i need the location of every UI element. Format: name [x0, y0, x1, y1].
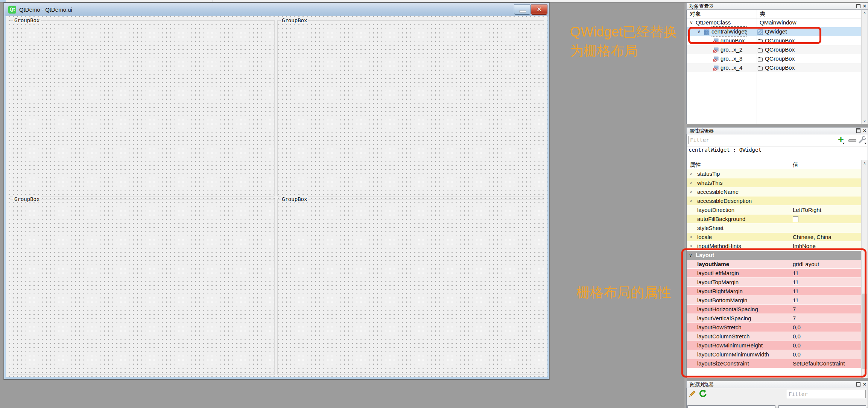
float-panel-icon[interactable] — [856, 128, 860, 133]
resource-filter-input[interactable] — [787, 390, 866, 398]
object-name[interactable]: centralWidget — [711, 27, 746, 36]
property-column-header[interactable]: 属性 值 — [687, 160, 861, 170]
object-tree-scrollbar[interactable]: ∧ ∨ — [861, 10, 868, 124]
property-row-layoutDirection[interactable]: layoutDirectionLeftToRight — [687, 206, 861, 215]
property-row-layoutLeftMargin[interactable]: layoutLeftMargin11 — [687, 269, 861, 278]
float-panel-icon[interactable] — [856, 4, 860, 8]
object-name[interactable]: groupBox — [721, 36, 745, 45]
tree-row-groupBox[interactable]: groupBoxQGroupBox — [687, 36, 862, 45]
form-canvas[interactable]: GroupBox GroupBox GroupBox GroupBox — [6, 16, 547, 377]
tree-row-QtDemoClass[interactable]: ∨QtDemoClassQMainWindow — [687, 18, 862, 27]
scroll-down-icon[interactable]: ∨ — [862, 372, 868, 378]
property-value[interactable]: 11 — [793, 278, 799, 287]
expander-chevron-icon[interactable]: > — [690, 196, 692, 206]
expander-chevron-icon[interactable]: > — [690, 233, 692, 242]
property-value[interactable]: 11 — [793, 269, 799, 278]
scroll-up-icon[interactable]: ∧ — [862, 160, 868, 166]
property-name: layoutColumnMinimumWidth — [697, 350, 769, 359]
expander-chevron-icon[interactable]: > — [690, 178, 692, 187]
property-row-whatsThis[interactable]: >whatsThis — [687, 178, 861, 187]
property-editor-title: 属性编辑器 — [689, 128, 714, 134]
property-row-layoutBottomMargin[interactable]: layoutBottomMargin11 — [687, 296, 861, 305]
tree-row-gro...x_3[interactable]: gro...x_3QGroupBox — [687, 54, 862, 63]
property-value[interactable]: 11 — [793, 287, 799, 296]
add-property-icon[interactable]: + — [836, 135, 845, 145]
expander-chevron-icon[interactable]: > — [690, 242, 692, 251]
object-name[interactable]: QtDemoClass — [696, 18, 731, 27]
object-name[interactable]: gro...x_4 — [721, 63, 742, 72]
checkbox-unchecked[interactable] — [793, 216, 798, 222]
property-row-layoutTopMargin[interactable]: layoutTopMargin11 — [687, 278, 861, 287]
property-row-layoutSizeConstraint[interactable]: layoutSizeConstraintSetDefaultConstraint — [687, 359, 861, 368]
scroll-down-icon[interactable]: ∨ — [862, 118, 868, 124]
close-panel-icon[interactable]: × — [863, 128, 866, 133]
expander-chevron-icon[interactable]: > — [690, 169, 692, 178]
property-value[interactable]: 0,0 — [793, 341, 801, 350]
close-panel-icon[interactable]: × — [863, 382, 866, 387]
property-editor-header[interactable]: 属性编辑器 × — [686, 127, 868, 134]
object-name[interactable]: gro...x_3 — [721, 54, 742, 63]
property-value[interactable]: 11 — [793, 296, 799, 305]
property-row-accessibleDescription[interactable]: >accessibleDescription — [687, 196, 861, 206]
property-value[interactable]: LeftToRight — [793, 206, 821, 215]
property-row-autoFillBackground[interactable]: autoFillBackground — [687, 215, 861, 224]
tree-row-gro...x_4[interactable]: gro...x_4QGroupBox — [687, 63, 862, 72]
minimize-button[interactable] — [514, 5, 531, 15]
object-inspector-header[interactable]: 对象查看器 × — [686, 3, 868, 10]
property-value[interactable]: ImhNone — [793, 242, 816, 251]
close-icon: ✕ — [531, 6, 547, 14]
tree-column-header[interactable]: 对象 类 — [687, 10, 862, 18]
groupbox-1[interactable]: GroupBox — [10, 20, 275, 196]
remove-property-icon[interactable] — [848, 135, 857, 145]
scroll-up-icon[interactable]: ∧ — [862, 10, 868, 15]
property-filter-input[interactable] — [688, 136, 834, 144]
tree-col-object: 对象 — [690, 11, 701, 18]
property-scrollbar[interactable]: ∧ ∨ — [861, 160, 868, 378]
property-row-layoutRightMargin[interactable]: layoutRightMargin11 — [687, 287, 861, 296]
expander-chevron-icon[interactable]: ∨ — [689, 251, 692, 260]
reload-icon[interactable] — [699, 390, 707, 398]
edit-pencil-icon[interactable] — [688, 390, 696, 398]
property-row-layoutColumnStretch[interactable]: layoutColumnStretch0,0 — [687, 332, 861, 341]
property-category-layout[interactable]: ∨Layout — [687, 251, 861, 260]
property-row-layoutColumnMinimumWidth[interactable]: layoutColumnMinimumWidth0,0 — [687, 350, 861, 359]
groupbox-2[interactable]: GroupBox — [277, 20, 544, 196]
property-row-inputMethodHints[interactable]: >inputMethodHintsImhNone — [687, 242, 861, 251]
property-value[interactable]: 7 — [793, 314, 796, 323]
close-button[interactable]: ✕ — [531, 5, 547, 15]
resource-tree[interactable]: <resource root> — [687, 405, 775, 408]
object-name[interactable]: gro...x_2 — [721, 45, 742, 54]
tree-row-gro...x_2[interactable]: gro...x_2QGroupBox — [687, 45, 862, 54]
property-value[interactable]: 0,0 — [793, 350, 801, 359]
groupbox-4[interactable]: GroupBox — [277, 199, 544, 375]
property-row-locale[interactable]: >localeChinese, China — [687, 233, 861, 242]
close-panel-icon[interactable]: × — [863, 4, 866, 8]
property-name: layoutHorizontalSpacing — [697, 305, 758, 314]
property-row-styleSheet[interactable]: styleSheet — [687, 224, 861, 233]
property-value[interactable]: 0,0 — [793, 323, 801, 332]
property-value[interactable]: SetDefaultConstraint — [793, 359, 845, 368]
top-strip-divider — [213, 0, 213, 2]
expander-chevron-icon[interactable]: ∨ — [697, 27, 701, 36]
resource-files-list[interactable] — [778, 405, 866, 408]
groupbox-3[interactable]: GroupBox — [10, 199, 275, 375]
float-panel-icon[interactable] — [856, 382, 860, 387]
property-row-layoutRowStretch[interactable]: layoutRowStretch0,0 — [687, 323, 861, 332]
property-value[interactable]: 0,0 — [793, 332, 801, 341]
property-row-statusTip[interactable]: >statusTip — [687, 169, 861, 178]
property-value[interactable]: gridLayout — [793, 260, 819, 269]
tree-row-centralWidget[interactable]: ∨centralWidgetQWidget — [687, 27, 862, 36]
form-window-titlebar[interactable]: Qt QtDemo - QtDemo.ui ✕ — [5, 3, 549, 16]
property-row-accessibleName[interactable]: >accessibleName — [687, 187, 861, 196]
resource-browser-header[interactable]: 资源浏览器 × — [686, 381, 868, 388]
expander-chevron-icon[interactable]: > — [690, 187, 692, 196]
scrollbar-thumb[interactable] — [862, 294, 867, 369]
property-row-layoutRowMinimumHeight[interactable]: layoutRowMinimumHeight0,0 — [687, 341, 861, 350]
property-row-layoutHorizontalSpacing[interactable]: layoutHorizontalSpacing7 — [687, 305, 861, 314]
property-value[interactable]: 7 — [793, 305, 796, 314]
property-row-layoutVerticalSpacing[interactable]: layoutVerticalSpacing7 — [687, 314, 861, 323]
configure-wrench-icon[interactable] — [858, 135, 867, 145]
property-row-layoutName[interactable]: layoutNamegridLayout — [687, 260, 861, 269]
expander-chevron-icon[interactable]: ∨ — [690, 18, 693, 27]
property-value[interactable]: Chinese, China — [793, 233, 832, 242]
